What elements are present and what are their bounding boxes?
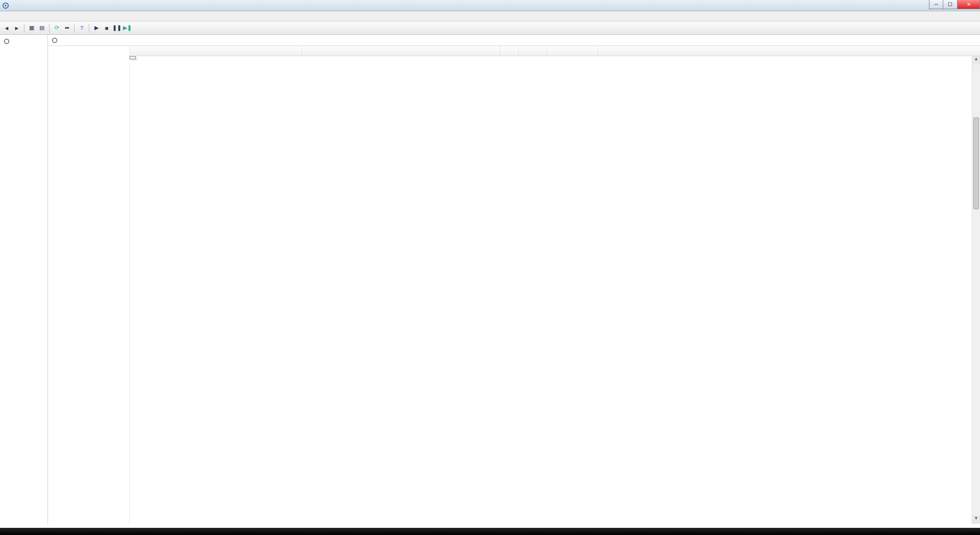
titlebar: ─ ☐ ✕ — [0, 0, 980, 11]
address-bar — [48, 35, 980, 46]
content-area: ▲ ▼ — [0, 35, 980, 524]
taskbar — [0, 528, 980, 535]
menu-file[interactable] — [2, 11, 10, 21]
minimize-button[interactable]: ─ — [929, 0, 943, 9]
toolbar: ◄ ► ▦ ▤ ⟳ ➦ ? ▶ ■ ❚❚ ▶❚ — [0, 21, 980, 35]
main-pane: ▲ ▼ — [48, 35, 980, 524]
scroll-up-button[interactable]: ▲ — [972, 56, 980, 64]
menu-bar — [0, 11, 980, 21]
show-hide-tree-button[interactable]: ▦ — [27, 23, 36, 33]
menu-view[interactable] — [18, 11, 27, 21]
service-list: ▲ ▼ — [130, 46, 980, 524]
detail-pane — [48, 46, 130, 524]
col-type[interactable] — [519, 46, 547, 56]
tooltip — [130, 56, 136, 59]
separator — [49, 23, 50, 33]
svg-point-1 — [5, 5, 7, 7]
restart-service-button[interactable]: ▶❚ — [122, 23, 132, 33]
svg-point-3 — [53, 38, 57, 42]
gear-icon — [51, 37, 58, 44]
close-button[interactable]: ✕ — [958, 0, 980, 9]
back-button[interactable]: ◄ — [2, 23, 11, 33]
stop-service-button[interactable]: ■ — [102, 23, 111, 33]
scroll-thumb[interactable] — [973, 117, 979, 209]
gear-icon — [3, 38, 10, 45]
menu-help[interactable] — [27, 11, 35, 21]
column-headers — [130, 46, 980, 56]
scroll-down-button[interactable]: ▼ — [972, 516, 980, 524]
export-button[interactable]: ➦ — [62, 23, 71, 33]
vertical-scrollbar[interactable]: ▲ ▼ — [972, 56, 980, 524]
refresh-button[interactable]: ⟳ — [52, 23, 61, 33]
col-status[interactable] — [500, 46, 519, 56]
maximize-button[interactable]: ☐ — [943, 0, 958, 9]
properties-button[interactable]: ▤ — [37, 23, 46, 33]
help-button[interactable]: ? — [77, 23, 86, 33]
menu-action[interactable] — [10, 11, 18, 21]
rows-container[interactable] — [130, 56, 980, 524]
col-name[interactable] — [130, 46, 302, 56]
separator — [74, 23, 75, 33]
services-icon — [2, 2, 9, 9]
start-service-button[interactable]: ▶ — [92, 23, 101, 33]
forward-button[interactable]: ► — [12, 23, 21, 33]
svg-point-2 — [5, 39, 9, 44]
nav-tree — [0, 35, 48, 524]
col-logon[interactable] — [547, 46, 598, 56]
separator — [24, 23, 24, 33]
separator — [89, 23, 89, 33]
col-desc[interactable] — [302, 46, 500, 56]
pause-service-button[interactable]: ❚❚ — [112, 23, 121, 33]
